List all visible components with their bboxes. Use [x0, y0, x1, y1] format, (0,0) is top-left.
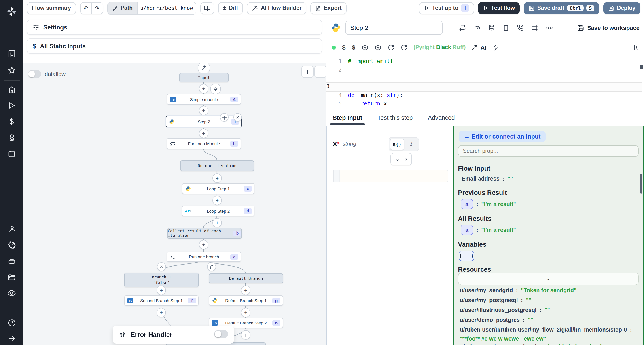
resource-row[interactable]: u/ruben-user/u/ruben-user/my_flow_2/g/al… [460, 327, 639, 333]
resource-row[interactable]: u/user/my_postgresql : "" [460, 297, 639, 304]
node-step-2-selected[interactable]: Step 2 i [166, 116, 242, 127]
folders-icon[interactable] [0, 270, 23, 284]
step-id-chip[interactable]: a [461, 199, 473, 209]
resource-row[interactable]: u/user/illustrious_postgresql : "" [460, 307, 639, 313]
add-step-button[interactable] [212, 218, 222, 228]
variables-row[interactable]: {...} [459, 251, 474, 261]
delete-step-button[interactable] [234, 113, 242, 122]
node-default-branch[interactable]: Default Branch [209, 274, 283, 283]
error-handler-card[interactable]: Error Handler [113, 326, 234, 344]
gauge-icon[interactable] [474, 24, 481, 31]
search-prop-input[interactable] [458, 145, 639, 157]
workspace-building-icon[interactable] [0, 47, 23, 60]
home-icon[interactable] [0, 83, 23, 96]
help-icon[interactable] [0, 316, 23, 329]
resource-picker-icon[interactable]: $ [352, 44, 356, 51]
add-step-button[interactable] [199, 129, 208, 138]
settings-gear-icon[interactable] [0, 238, 23, 252]
trigger-bolt-button[interactable] [210, 84, 221, 94]
variable-picker-icon[interactable]: $ [342, 44, 346, 51]
expand-arrow-icon[interactable] [0, 332, 23, 345]
database-icon[interactable] [488, 24, 495, 31]
deploy-button[interactable]: Deploy [604, 2, 640, 14]
flow-graph-canvas[interactable]: dataflow + − Input Simple module a [23, 62, 326, 345]
test-up-to-button[interactable]: Test up to i [419, 2, 474, 14]
node-default-branch-step-1[interactable]: Default Branch Step 1 g [209, 295, 283, 306]
node-input[interactable]: Input [179, 73, 228, 82]
node-loop-step-2[interactable]: Loop Step 2 d [182, 206, 254, 216]
ai-flow-builder-button[interactable]: AI Flow Builder [247, 2, 306, 14]
windmill-logo-icon[interactable] [0, 5, 23, 18]
frame-icon[interactable] [531, 24, 538, 31]
docs-book-button[interactable] [200, 2, 214, 14]
diff-button[interactable]: ± Diff [218, 2, 243, 14]
add-step-button[interactable] [156, 308, 166, 317]
connect-panel-scrollbar-thumb[interactable] [640, 174, 642, 194]
bolt-icon[interactable] [492, 44, 499, 51]
ai-assistant-button[interactable]: AI [472, 44, 486, 51]
variables-chip[interactable]: {...} [459, 251, 474, 261]
argument-value-input[interactable] [333, 170, 448, 182]
redo-button[interactable]: ↷ [92, 2, 103, 14]
settings-card[interactable]: Settings [27, 20, 322, 35]
add-step-button[interactable] [241, 286, 250, 295]
function-mode-button[interactable]: f [404, 139, 418, 149]
previous-result-row[interactable]: a : "I'm a result" [461, 199, 516, 209]
export-button[interactable]: Export [310, 2, 346, 14]
remove-branch-button[interactable] [157, 262, 166, 271]
schedules-calendar-icon[interactable] [0, 147, 23, 160]
step-title-input[interactable] [345, 20, 443, 35]
dataflow-toggle[interactable]: dataflow [28, 70, 66, 78]
add-step-button[interactable] [212, 196, 222, 205]
node-collect-result[interactable]: Collect result of each iteration b [167, 228, 242, 239]
resource-select[interactable]: - [458, 273, 639, 285]
node-for-loop-module[interactable]: For Loop Module b [167, 138, 241, 149]
expression-mode-button[interactable]: ${} [390, 139, 404, 150]
node-simple-module[interactable]: Simple module a [167, 94, 241, 105]
test-flow-button[interactable]: Test flow [478, 2, 520, 14]
path-label[interactable]: Path [107, 1, 138, 14]
editor-scrollbar-thumb[interactable] [640, 65, 643, 69]
code-editor[interactable]: 3 1 # import wmill 2 4 def main(x: str):… [326, 55, 644, 111]
add-step-button[interactable] [199, 84, 208, 93]
library-icon[interactable] [632, 44, 639, 51]
resource-row[interactable]: u/ruben-user/my_scratchpad : "f24 this i… [460, 344, 639, 345]
node-run-one-branch[interactable]: Run one branch e [167, 252, 241, 262]
add-step-button[interactable] [212, 173, 222, 183]
package-icon[interactable] [374, 44, 381, 51]
workers-robot-icon[interactable] [0, 254, 23, 268]
node-do-one-iteration[interactable]: Do one iteration [180, 160, 254, 171]
add-step-button[interactable] [199, 240, 208, 249]
tab-advanced[interactable]: Advanced [428, 114, 455, 125]
user-icon[interactable] [0, 222, 23, 236]
path-input[interactable] [138, 1, 196, 14]
node-loop-step-1[interactable]: Loop Step 1 c [182, 183, 254, 194]
reload-icon[interactable] [388, 44, 394, 51]
edit-or-connect-back-button[interactable]: ← Edit or connect an input [459, 131, 546, 142]
add-step-button[interactable] [241, 330, 250, 340]
add-step-button[interactable] [199, 106, 208, 115]
mobile-window-icon[interactable] [503, 24, 510, 31]
step-id-chip[interactable]: a [461, 225, 473, 235]
error-handler-toggle[interactable] [214, 330, 228, 339]
add-branch-button[interactable] [207, 262, 216, 271]
save-draft-button[interactable]: Save draft Ctrl S [524, 2, 599, 14]
reload-icon[interactable] [400, 44, 407, 51]
resource-row[interactable]: u/user/demo_postgres : "" [460, 317, 639, 323]
connect-input-button[interactable] [390, 153, 412, 165]
flow-input-row[interactable]: Email address : "" [462, 176, 513, 182]
node-second-branch-step-1[interactable]: Second Branch Step 1 f [124, 295, 198, 306]
add-step-button[interactable] [241, 308, 250, 317]
audit-eye-icon[interactable] [0, 287, 23, 300]
variables-dollar-icon[interactable] [0, 115, 23, 128]
zoom-out-button[interactable]: − [314, 66, 326, 78]
favorites-star-icon[interactable] [0, 63, 23, 77]
tab-test-this-step[interactable]: Test this step [378, 114, 413, 125]
undo-button[interactable]: ↶ [80, 2, 92, 14]
all-results-row[interactable]: a : "I'm a result" [461, 225, 516, 235]
resources-cubes-icon[interactable] [0, 131, 23, 144]
resource-row[interactable]: u/user/my_sendgrid : "Token for sendgrid… [460, 287, 639, 294]
tab-step-input[interactable]: Step Input [333, 114, 362, 125]
node-branch-1[interactable]: Branch 1 `false` [124, 273, 198, 287]
flow-summary-button[interactable]: Flow summary [27, 2, 76, 14]
